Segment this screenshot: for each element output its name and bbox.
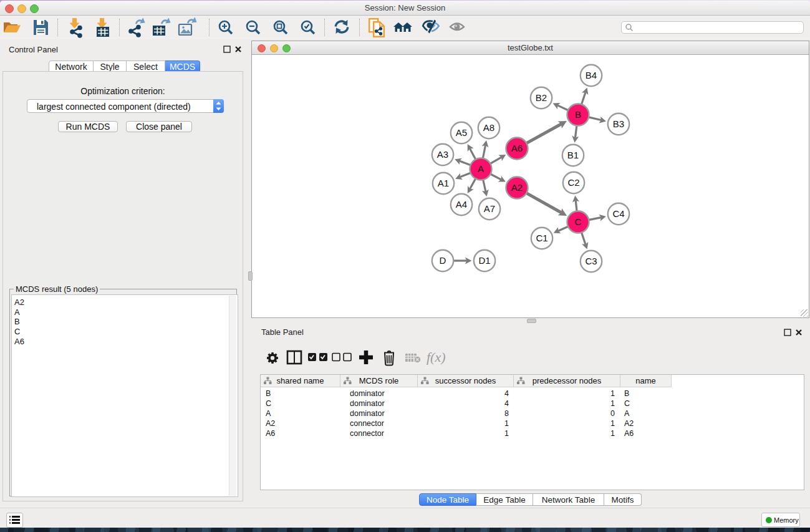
svg-text:A4: A4 <box>456 199 467 210</box>
svg-text:A6: A6 <box>511 143 523 153</box>
svg-text:A: A <box>478 163 484 174</box>
svg-text:C2: C2 <box>567 177 579 188</box>
svg-text:D1: D1 <box>478 255 490 266</box>
svg-text:B3: B3 <box>613 118 624 129</box>
svg-text:A8: A8 <box>483 122 494 133</box>
svg-text:A7: A7 <box>484 203 495 214</box>
svg-text:A5: A5 <box>456 127 467 138</box>
svg-text:C1: C1 <box>536 233 547 243</box>
svg-text:B1: B1 <box>567 150 579 160</box>
svg-text:B: B <box>575 109 581 120</box>
svg-text:C: C <box>575 216 582 227</box>
svg-text:A1: A1 <box>438 178 449 188</box>
svg-text:f(x): f(x) <box>427 349 446 365</box>
svg-text:B2: B2 <box>536 92 547 103</box>
svg-text:A3: A3 <box>437 149 448 160</box>
svg-text:D: D <box>440 255 446 266</box>
svg-text:B4: B4 <box>586 70 597 80</box>
svg-text:C4: C4 <box>612 208 624 219</box>
svg-text:A2: A2 <box>511 182 523 193</box>
svg-text:C3: C3 <box>585 256 597 266</box>
